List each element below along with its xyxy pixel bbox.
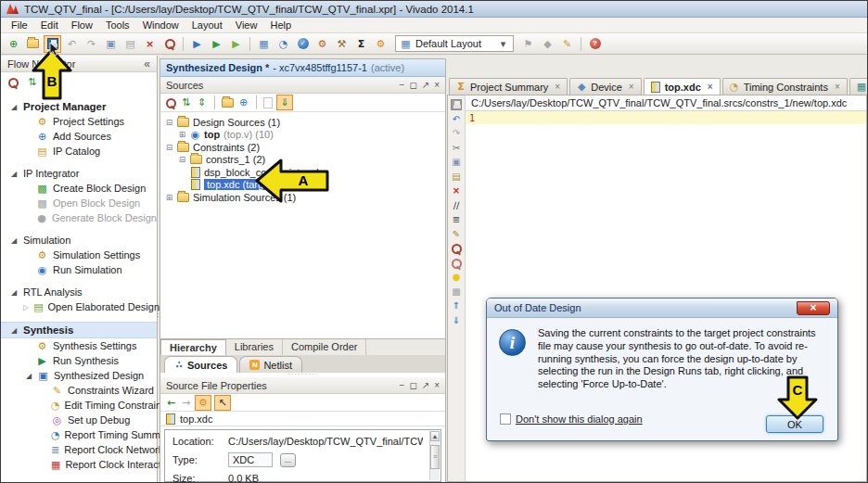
tab-hierarchy[interactable]: Hierarchy: [160, 339, 226, 355]
close-tab-icon[interactable]: ×: [629, 82, 634, 92]
cut-icon[interactable]: ✂: [451, 143, 463, 154]
section-header-synthesis[interactable]: ◢ Synthesis: [1, 322, 157, 338]
dont-show-again-checkbox[interactable]: [500, 413, 511, 425]
flow-item-open-block-design[interactable]: ▩Open Block Design: [1, 196, 157, 210]
collapse-panel-button[interactable]: «: [144, 57, 150, 70]
close-tab-icon[interactable]: ×: [835, 82, 840, 92]
flow-item-set-up-debug[interactable]: ◎Set up Debug: [1, 413, 157, 427]
expander-icon[interactable]: ▷: [23, 301, 29, 313]
tree-expander-icon[interactable]: ⊟: [178, 155, 186, 164]
maximize-icon[interactable]: ◻: [409, 380, 416, 390]
search-icon[interactable]: [165, 97, 176, 108]
find-button[interactable]: [160, 35, 178, 53]
flow-item-ip-catalog[interactable]: ▤IP Catalog: [1, 144, 157, 159]
dialog-close-button[interactable]: ×: [797, 301, 830, 315]
menu-flow[interactable]: Flow: [65, 19, 99, 32]
flow-item-run-simulation[interactable]: ◉Run Simulation: [1, 262, 157, 277]
menu-file[interactable]: File: [5, 19, 34, 32]
delete-button[interactable]: ×: [141, 35, 159, 53]
scroll-to-selected-toggle[interactable]: ⇓: [276, 95, 293, 110]
tab-sources[interactable]: ∴ Sources: [164, 356, 237, 373]
start-button[interactable]: ▶: [208, 35, 225, 53]
save-icon[interactable]: [451, 99, 462, 110]
mark-button[interactable]: ✎: [558, 35, 576, 53]
validate-button[interactable]: ✓: [294, 35, 312, 53]
tree-expander-icon[interactable]: ⊟: [165, 143, 173, 152]
flow-item-project-settings[interactable]: ⚙Project Settings: [1, 114, 157, 129]
flow-item-constraints-wizard[interactable]: ✎Constraints Wizard: [1, 383, 157, 398]
current-line[interactable]: 1: [466, 111, 866, 124]
ok-button[interactable]: OK: [766, 415, 823, 433]
lightbulb-icon[interactable]: ●: [451, 272, 463, 283]
tab-libraries[interactable]: Libraries: [226, 339, 283, 355]
maximize-icon[interactable]: ◻: [409, 80, 416, 90]
menu-view[interactable]: View: [229, 19, 264, 32]
select-mode-toggle[interactable]: ↖: [214, 395, 231, 411]
blocks-icon[interactable]: ▩: [451, 286, 463, 298]
tree-row-simulation-sources[interactable]: ⊞ Simulation Sources (1): [160, 191, 445, 204]
save-button[interactable]: [44, 35, 61, 53]
tree-row-top-xdc[interactable]: top.xdc (target): [160, 179, 445, 192]
more-button[interactable]: ...: [280, 453, 296, 467]
new-project-button[interactable]: ⊕: [5, 35, 22, 53]
find-icon[interactable]: [451, 243, 462, 254]
copy-icon[interactable]: ▣: [451, 157, 463, 168]
flow-item-report-clock-interaction[interactable]: ▦Report Clock Interaction: [1, 457, 157, 472]
tree-expander-icon[interactable]: ⊞: [178, 130, 186, 139]
delete-icon[interactable]: ×: [451, 185, 463, 197]
close-tab-icon[interactable]: ×: [555, 82, 560, 92]
flow-item-add-sources[interactable]: ⊕Add Sources: [1, 129, 157, 144]
forward-icon[interactable]: →: [180, 397, 192, 409]
section-header-rtl-analysis[interactable]: ◢ RTL Analysis: [1, 285, 157, 299]
search-icon[interactable]: [7, 77, 19, 88]
section-header-ip-integrator[interactable]: ◢ IP Integrator: [1, 166, 157, 181]
back-icon[interactable]: ←: [165, 397, 177, 409]
tree-row-top[interactable]: ⊞ ◉ top (top.v) (10): [160, 129, 445, 142]
tab-schematic[interactable]: ▦ Schematic ×: [849, 78, 868, 95]
tree-row-dsp-block-constraints[interactable]: dsp_block_constraints.xdc: [160, 166, 445, 179]
move-up-icon[interactable]: ⇑: [451, 300, 463, 311]
tree-row-design-sources[interactable]: ⊟ Design Sources (1): [160, 116, 445, 129]
undo-button[interactable]: ↶: [63, 35, 81, 53]
flow-item-generate-block-design[interactable]: ●Generate Block Design: [1, 210, 157, 225]
paste-icon[interactable]: ▤: [451, 172, 463, 183]
elapsed-time-button[interactable]: ◔: [274, 35, 292, 53]
flag-button[interactable]: ⚑: [519, 35, 537, 53]
tab-device[interactable]: ◆ Device ×: [569, 78, 641, 95]
flow-item-create-block-design[interactable]: ▩Create Block Design: [1, 181, 157, 196]
flow-item-run-synthesis[interactable]: ▶Run Synthesis: [1, 353, 157, 368]
auto-update-toggle[interactable]: ⚙: [195, 395, 211, 411]
type-input[interactable]: XDC: [228, 452, 273, 467]
expand-all-icon[interactable]: ⇕: [196, 96, 208, 108]
flow-item-synthesized-design[interactable]: ◢ ▣ Synthesized Design: [1, 368, 157, 383]
menu-tools[interactable]: Tools: [99, 19, 136, 32]
flow-item-report-clock-networks[interactable]: ≣Report Clock Networks: [1, 442, 157, 457]
highlight-button[interactable]: ◆: [539, 35, 556, 53]
flow-item-synthesis-settings[interactable]: ⚙Synthesis Settings: [1, 338, 157, 353]
tab-timing-constraints[interactable]: ◔ Timing Constraints ×: [722, 78, 848, 95]
scroll-thumb[interactable]: ≡: [430, 445, 440, 469]
tab-project-summary[interactable]: Σ Project Summary ×: [449, 78, 568, 95]
close-icon[interactable]: ×: [434, 80, 440, 90]
close-icon[interactable]: ×: [434, 380, 440, 390]
flow-item-open-elaborated-design[interactable]: ▷ ▤ Open Elaborated Design: [1, 299, 157, 314]
tree-expander-icon[interactable]: ⊟: [165, 118, 173, 127]
add-sources-icon[interactable]: ⊕: [237, 96, 249, 108]
minimize-icon[interactable]: −: [400, 380, 405, 390]
float-icon[interactable]: ↗: [422, 380, 429, 390]
indent-icon[interactable]: ≣: [451, 214, 463, 225]
properties-icon[interactable]: [263, 97, 273, 108]
menu-window[interactable]: Window: [136, 19, 185, 32]
menu-layout[interactable]: Layout: [185, 19, 229, 32]
float-window-button[interactable]: ▦: [255, 35, 273, 53]
redo-button[interactable]: ↷: [83, 35, 100, 53]
comment-icon[interactable]: ∕∕: [451, 200, 463, 211]
tree-row-constrs-1[interactable]: ⊟ constrs_1 (2): [160, 154, 445, 167]
expander-icon[interactable]: ◢: [25, 370, 32, 382]
section-header-project-manager[interactable]: ◢ Project Manager: [1, 99, 157, 114]
move-down-icon[interactable]: ⇓: [451, 315, 463, 326]
dialog-title-bar[interactable]: Out of Date Design ×: [487, 299, 837, 318]
float-icon[interactable]: ↗: [422, 80, 429, 90]
paste-button[interactable]: ▤: [121, 35, 139, 53]
customize-button[interactable]: ⚙: [372, 35, 389, 53]
